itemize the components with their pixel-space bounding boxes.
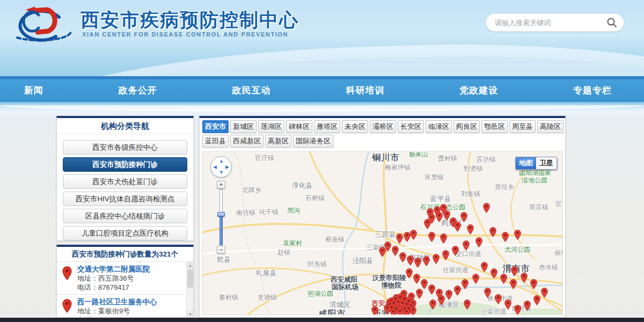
map-marker[interactable]	[421, 279, 428, 289]
map-marker[interactable]	[472, 274, 479, 284]
map-marker[interactable]	[491, 268, 497, 279]
satellite-view-button[interactable]: 卫星	[536, 157, 557, 169]
nav-item-科研培训[interactable]: 科研培训	[346, 84, 384, 97]
district-tab-蓝田县[interactable]: 蓝田县	[202, 135, 229, 148]
map-canvas[interactable]: 官庄镇铜川市杨家山曹村镇苏坊镇梅家坪镇到贤镇卤阳湖国家湿地公园宫里镇淳化县北牌乡…	[202, 151, 563, 315]
map-marker[interactable]	[454, 222, 461, 232]
nav-item-专题专栏[interactable]: 专题专栏	[573, 84, 612, 97]
sidebar-item[interactable]: 西安市犬伤处置门诊	[63, 174, 187, 189]
map-marker[interactable]	[428, 284, 435, 295]
map-marker[interactable]	[463, 240, 470, 251]
scrollbar-thumb[interactable]	[187, 269, 193, 288]
map-view-button[interactable]: 地图	[516, 157, 536, 169]
map-marker[interactable]	[483, 203, 490, 213]
map-marker[interactable]	[502, 232, 509, 242]
map-marker[interactable]	[410, 230, 417, 240]
map-marker[interactable]	[371, 306, 378, 315]
map-marker[interactable]	[406, 268, 413, 279]
map-marker[interactable]	[392, 246, 399, 256]
map-marker[interactable]	[429, 299, 436, 310]
map-marker[interactable]	[428, 232, 435, 242]
map-marker[interactable]	[484, 288, 491, 298]
zoom-out-button[interactable]: −	[217, 246, 225, 254]
sidebar-item[interactable]: 西安市各级疾控中心	[63, 140, 187, 155]
district-tab-临潼区[interactable]: 临潼区	[426, 120, 452, 133]
district-tab-未央区[interactable]: 未央区	[342, 120, 368, 133]
map-marker[interactable]	[541, 288, 548, 298]
map-marker[interactable]	[467, 224, 474, 235]
map-marker[interactable]	[436, 212, 443, 222]
map-marker[interactable]	[511, 266, 518, 276]
district-tab-西咸新区[interactable]: 西咸新区	[230, 135, 264, 148]
nav-item-政民互动[interactable]: 政民互动	[232, 84, 271, 97]
map-marker[interactable]	[489, 227, 496, 237]
map-marker[interactable]	[423, 256, 430, 266]
scroll-up-icon[interactable]: ▲	[187, 262, 193, 269]
district-tab-周至县[interactable]: 周至县	[509, 120, 536, 133]
pan-right-icon[interactable]: ▶	[225, 165, 229, 170]
map-marker[interactable]	[533, 295, 540, 305]
map-marker[interactable]	[475, 237, 482, 247]
sidebar-item[interactable]: 西安市预防接种门诊	[63, 157, 187, 172]
map-marker[interactable]	[436, 289, 443, 299]
map-marker[interactable]	[433, 254, 440, 264]
map-marker[interactable]	[424, 219, 431, 229]
map-marker[interactable]	[521, 273, 528, 283]
map-marker[interactable]	[514, 230, 521, 240]
map-marker[interactable]	[464, 299, 471, 310]
search-box[interactable]	[486, 13, 624, 32]
map-marker[interactable]	[440, 233, 447, 244]
district-tab-高陵区[interactable]: 高陵区	[537, 120, 564, 133]
map-marker[interactable]	[500, 274, 507, 284]
scrollbar[interactable]: ▲ ▼	[186, 262, 193, 318]
pan-down-icon[interactable]: ▼	[219, 170, 224, 175]
map-marker[interactable]	[442, 250, 449, 260]
search-icon[interactable]	[606, 17, 617, 28]
map-marker[interactable]	[510, 279, 517, 289]
map-marker[interactable]	[462, 279, 469, 289]
sidebar-item[interactable]: 西安市HIV抗体自愿咨询检测点	[63, 192, 187, 206]
map-marker[interactable]	[452, 246, 459, 256]
map-marker[interactable]	[414, 258, 421, 268]
sidebar-item[interactable]: 区县疾控中心结核病门诊	[63, 209, 187, 223]
district-tab-莲湖区[interactable]: 莲湖区	[258, 120, 284, 133]
nav-item-政务公开[interactable]: 政务公开	[119, 84, 157, 97]
map-pan-control[interactable]: ▲ ▼ ◀ ▶	[210, 156, 232, 178]
scroll-down-icon[interactable]: ▼	[187, 311, 193, 318]
zoom-in-button[interactable]: +	[217, 181, 225, 189]
district-tab-西安市[interactable]: 西安市	[202, 120, 229, 133]
pan-up-icon[interactable]: ▲	[219, 159, 224, 164]
map-marker[interactable]	[409, 306, 416, 315]
district-tab-碑林区[interactable]: 碑林区	[286, 120, 312, 133]
map-marker[interactable]	[530, 279, 537, 289]
map-marker[interactable]	[481, 262, 488, 272]
map-marker[interactable]	[460, 212, 467, 222]
map-marker[interactable]	[399, 252, 406, 262]
map-marker[interactable]	[396, 233, 403, 244]
map-marker[interactable]	[416, 289, 423, 299]
search-input[interactable]	[495, 19, 606, 27]
district-tab-鄠邑区[interactable]: 鄠邑区	[481, 120, 508, 133]
district-tab-长安区[interactable]: 长安区	[398, 120, 424, 133]
map-marker[interactable]	[403, 308, 410, 315]
map-marker[interactable]	[454, 286, 461, 296]
district-tab-阎良区[interactable]: 阎良区	[453, 120, 480, 133]
map-marker[interactable]	[495, 294, 502, 304]
map-marker[interactable]	[504, 299, 511, 310]
pan-left-icon[interactable]: ◀	[213, 165, 217, 170]
district-tab-国际港务区[interactable]: 国际港务区	[293, 135, 333, 148]
district-tab-雁塔区[interactable]: 雁塔区	[314, 120, 340, 133]
district-tab-新城区[interactable]: 新城区	[230, 120, 257, 133]
map-marker[interactable]	[514, 305, 521, 315]
clinic-name-link[interactable]: 西一路社区卫生服务中心	[77, 297, 182, 306]
nav-item-党政建设[interactable]: 党政建设	[459, 84, 498, 97]
clinic-name-link[interactable]: 交通大学第二附属医院	[77, 265, 182, 274]
map-marker[interactable]	[524, 301, 531, 311]
district-tab-高新区[interactable]: 高新区	[265, 135, 291, 148]
district-tab-灞桥区[interactable]: 灞桥区	[370, 120, 396, 133]
sidebar-item[interactable]: 儿童口腔项目定点医疗机构	[63, 226, 187, 240]
map-marker[interactable]	[407, 255, 414, 266]
zoom-handle[interactable]	[217, 212, 225, 217]
map-marker[interactable]	[379, 247, 386, 257]
map-marker[interactable]	[413, 274, 420, 284]
